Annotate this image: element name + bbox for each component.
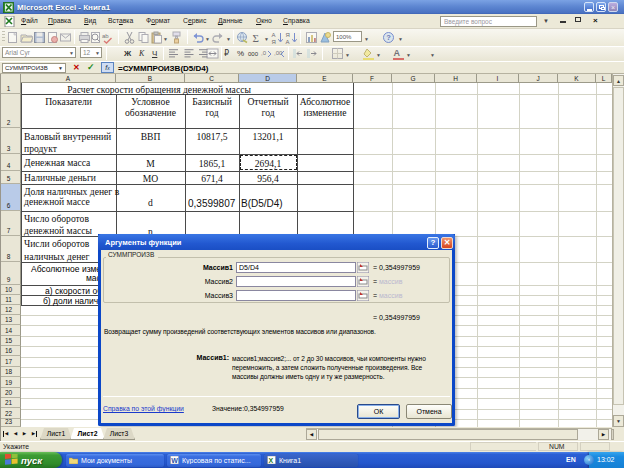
svg-text:ab: ab (102, 33, 109, 39)
svg-text:W: W (171, 457, 178, 464)
svg-text:?: ? (386, 33, 391, 42)
svg-text:А: А (272, 32, 276, 38)
svg-text:Я: Я (272, 39, 276, 45)
svg-text:А: А (286, 39, 290, 45)
svg-text:А: А (394, 48, 401, 58)
svg-text:Я: Я (286, 32, 290, 38)
svg-text:X: X (269, 457, 274, 464)
svg-text:Σ: Σ (253, 32, 259, 44)
svg-text:,0: ,0 (261, 50, 267, 56)
